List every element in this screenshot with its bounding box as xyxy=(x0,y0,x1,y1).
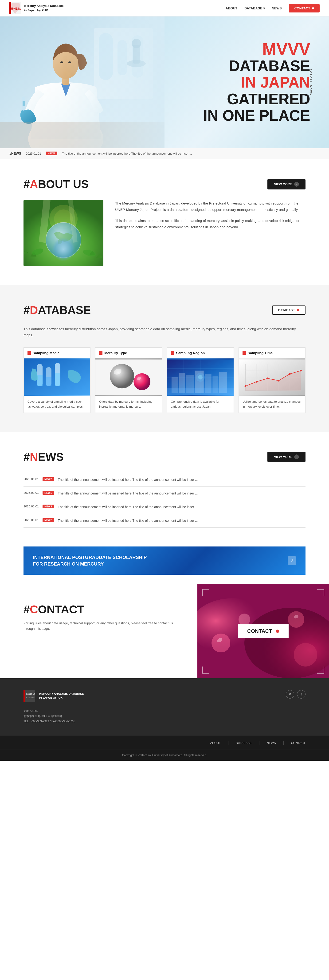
twitter-icon[interactable]: ✕ xyxy=(286,690,294,698)
header-logo: 熊本県立大学 Mercury Analysis Database in Japa… xyxy=(9,2,64,14)
svg-text:Prefectural University: Prefectural University xyxy=(26,697,35,698)
db-card-mercury-type-header: Mercury Type xyxy=(95,348,162,358)
footer-nav-news[interactable]: NEWS xyxy=(267,741,276,745)
hero-title-line1: MVVV xyxy=(203,41,310,58)
database-button[interactable]: DATABASE xyxy=(272,305,305,315)
svg-point-39 xyxy=(133,373,150,390)
db-card-sampling-region-header: Sampling Region xyxy=(167,348,234,358)
db-dot-icon xyxy=(297,309,299,311)
svg-point-77 xyxy=(212,633,230,652)
university-logo-icon: 熊本県立大学 xyxy=(9,2,21,14)
db-card-sampling-region[interactable]: Sampling Region xyxy=(167,347,234,413)
svg-text:熊本県立大学: 熊本県立大学 xyxy=(26,693,35,695)
contact-description: For inquiries about data usage, technica… xyxy=(24,620,174,632)
news-item[interactable]: 2025.01.01 NEWS The title of the announc… xyxy=(24,473,305,487)
about-content: The Mercury Analysis Database in Japan, … xyxy=(24,200,305,266)
svg-rect-84 xyxy=(24,690,25,702)
hero-section: MVVV DATABASE IN JAPAN GATHERED IN ONE P… xyxy=(0,16,329,148)
header-nav: ABOUT DATABASE ▾ NEWS CONTACT xyxy=(226,4,320,13)
site-name: Mercury Analysis Database in Japan by PU… xyxy=(24,4,64,12)
external-link-icon: ↗ xyxy=(288,556,296,565)
social-links: ✕ f xyxy=(286,690,305,698)
db-card-sampling-time-desc: Utilize time-series data to analyze chan… xyxy=(239,396,305,412)
facebook-icon[interactable]: f xyxy=(297,690,305,698)
db-card-mercury-type-desc: Offers data by mercury forms, including … xyxy=(95,396,162,412)
footer-nav-contact[interactable]: CONTACT xyxy=(291,741,305,745)
svg-point-80 xyxy=(294,643,317,667)
database-cards-grid: Sampling Media xyxy=(24,347,305,413)
news-section: #NEWS VIEW MORE → 2025.01.01 NEWS The ti… xyxy=(0,432,329,546)
hero-title-line4: GATHERED xyxy=(203,91,310,107)
svg-point-78 xyxy=(239,614,250,625)
nav-news[interactable]: NEWS xyxy=(272,6,282,10)
news-view-more-button[interactable]: VIEW MORE → xyxy=(267,452,305,462)
arrow-icon: → xyxy=(294,182,299,187)
db-card-sampling-media[interactable]: Sampling Media xyxy=(24,347,90,413)
red-square-icon xyxy=(242,352,246,355)
nav-contact-button[interactable]: CONTACT xyxy=(289,4,320,13)
database-section: #DATABASE DATABASE This database showcas… xyxy=(0,285,329,432)
news-date: 2025.01.01 xyxy=(24,491,39,495)
corner-bracket-tl xyxy=(202,589,209,596)
footer-address: 〒862-8502 熊本市東区月出3丁目1番100号 TEL：096-383-2… xyxy=(24,709,286,724)
about-title: #ABOUT US xyxy=(24,178,89,191)
hero-title-line5: IN ONE PLACE xyxy=(203,107,310,124)
corner-bracket-tr xyxy=(317,589,324,596)
footer-nav-about[interactable]: ABOUT xyxy=(210,741,221,745)
news-badge: NEWS xyxy=(43,518,54,522)
news-text: The title of the announcement will be in… xyxy=(58,491,198,496)
nav-about[interactable]: ABOUT xyxy=(226,6,237,10)
about-view-more-button[interactable]: VIEW MORE → xyxy=(267,179,305,189)
db-card-sampling-media-desc: Covers a variety of sampling media such … xyxy=(24,396,90,412)
scholarship-banner[interactable]: INTERNATIONAL POSTGRADUATE SCHOLARSHIP F… xyxy=(24,546,305,575)
chevron-down-icon: ▾ xyxy=(263,6,265,10)
db-card-sampling-media-header: Sampling Media xyxy=(24,348,90,358)
news-text: The title of the announcement will be in… xyxy=(58,518,198,523)
contact-dot-icon xyxy=(312,7,314,9)
news-badge: NEWS xyxy=(43,477,54,481)
about-section: #ABOUT US VIEW MORE → xyxy=(0,159,329,285)
corner-bracket-br xyxy=(317,667,324,674)
scholarship-text: INTERNATIONAL POSTGRADUATE SCHOLARSHIP F… xyxy=(33,554,147,567)
about-paragraph1: The Mercury Analysis Database in Japan, … xyxy=(115,200,305,213)
about-text-block: The Mercury Analysis Database in Japan, … xyxy=(115,200,305,235)
nav-separator: | xyxy=(228,741,229,745)
db-card-sampling-region-image xyxy=(167,358,234,396)
news-item[interactable]: 2025.01.01 NEWS The title of the announc… xyxy=(24,487,305,500)
red-square-icon xyxy=(171,352,174,355)
db-card-mercury-type[interactable]: Mercury Type xyxy=(95,347,162,413)
footer-main: 熊本県立大学 Prefectural University MERCURY AN… xyxy=(0,678,329,736)
news-badge: NEWS xyxy=(43,491,54,495)
svg-text:熊本県立大学: 熊本県立大学 xyxy=(11,7,21,10)
news-item[interactable]: 2025.01.01 NEWS The title of the announc… xyxy=(24,500,305,514)
ticker-text: The title of the announcement will be in… xyxy=(62,152,192,155)
contact-button[interactable]: CONTACT xyxy=(238,624,289,638)
contact-dot-icon xyxy=(276,630,279,633)
footer-nav-database[interactable]: DATABASE xyxy=(236,741,251,745)
contact-section: #CONTACT For inquiries about data usage,… xyxy=(0,584,329,678)
footer: 熊本県立大学 Prefectural University MERCURY AN… xyxy=(0,678,329,761)
news-text: The title of the announcement will be in… xyxy=(58,504,198,509)
news-item[interactable]: 2025.01.01 NEWS The title of the announc… xyxy=(24,514,305,528)
nav-database[interactable]: DATABASE ▾ xyxy=(244,6,265,10)
contact-left: #CONTACT For inquiries about data usage,… xyxy=(0,584,198,678)
db-card-sampling-time[interactable]: Sampling Time xyxy=(239,347,305,413)
news-header: #NEWS VIEW MORE → xyxy=(24,450,305,463)
ticker-label: #NEWS xyxy=(9,151,21,155)
footer-logo-text: MERCURY ANALYSIS DATABASE IN JAPAN BYPUK xyxy=(39,692,84,700)
db-card-sampling-time-image xyxy=(239,358,305,396)
database-header: #DATABASE DATABASE xyxy=(24,304,305,317)
svg-rect-3 xyxy=(9,2,11,14)
about-image xyxy=(24,200,103,266)
svg-point-37 xyxy=(110,364,134,388)
news-title: #NEWS xyxy=(24,450,64,463)
svg-rect-34 xyxy=(46,377,51,386)
news-date: 2025.01.01 xyxy=(24,477,39,481)
contact-right: CONTACT xyxy=(198,584,329,678)
svg-point-79 xyxy=(288,611,304,628)
red-square-icon xyxy=(99,352,103,355)
svg-rect-35 xyxy=(55,373,60,386)
footer-right: ✕ f xyxy=(286,690,305,698)
scroll-label: SCROLL DOWN xyxy=(309,69,312,96)
database-description: This database showcases mercury distribu… xyxy=(24,326,305,338)
